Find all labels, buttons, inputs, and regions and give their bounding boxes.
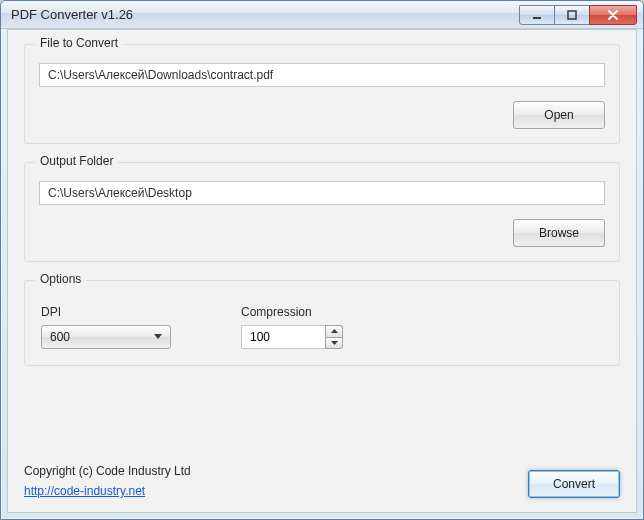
svg-rect-0 [533, 17, 541, 19]
window-controls [520, 5, 637, 25]
dpi-label: DPI [41, 305, 171, 319]
window-title: PDF Converter v1.26 [11, 7, 520, 22]
dpi-value: 600 [50, 330, 150, 344]
output-path-input[interactable] [39, 181, 605, 205]
maximize-icon [567, 10, 577, 20]
convert-button[interactable]: Convert [528, 470, 620, 498]
output-folder-group: Output Folder Browse [24, 162, 620, 262]
compression-up-button[interactable] [325, 325, 343, 337]
titlebar[interactable]: PDF Converter v1.26 [1, 1, 643, 29]
dpi-combobox[interactable]: 600 [41, 325, 171, 349]
maximize-button[interactable] [554, 5, 590, 25]
app-window: PDF Converter v1.26 File to Convert Open… [0, 0, 644, 520]
chevron-up-icon [331, 329, 338, 333]
svg-rect-1 [568, 11, 576, 19]
compression-down-button[interactable] [325, 337, 343, 350]
browse-button[interactable]: Browse [513, 219, 605, 247]
output-group-legend: Output Folder [35, 154, 118, 168]
compression-option: Compression [241, 305, 343, 349]
client-area: File to Convert Open Output Folder Brows… [7, 29, 637, 513]
chevron-down-icon [150, 334, 166, 340]
close-icon [607, 10, 619, 20]
file-path-input[interactable] [39, 63, 605, 87]
open-button[interactable]: Open [513, 101, 605, 129]
footer: Copyright (c) Code Industry Ltd http://c… [24, 464, 620, 498]
chevron-down-icon [331, 341, 338, 345]
options-group: Options DPI 600 Compression [24, 280, 620, 366]
minimize-icon [532, 10, 542, 20]
dpi-option: DPI 600 [41, 305, 171, 349]
compression-spinner [241, 325, 343, 349]
file-to-convert-group: File to Convert Open [24, 44, 620, 144]
copyright-text: Copyright (c) Code Industry Ltd [24, 464, 191, 478]
minimize-button[interactable] [519, 5, 555, 25]
compression-input[interactable] [241, 325, 325, 349]
website-link[interactable]: http://code-industry.net [24, 484, 191, 498]
compression-label: Compression [241, 305, 343, 319]
close-button[interactable] [589, 5, 637, 25]
options-legend: Options [35, 272, 86, 286]
file-group-legend: File to Convert [35, 36, 123, 50]
